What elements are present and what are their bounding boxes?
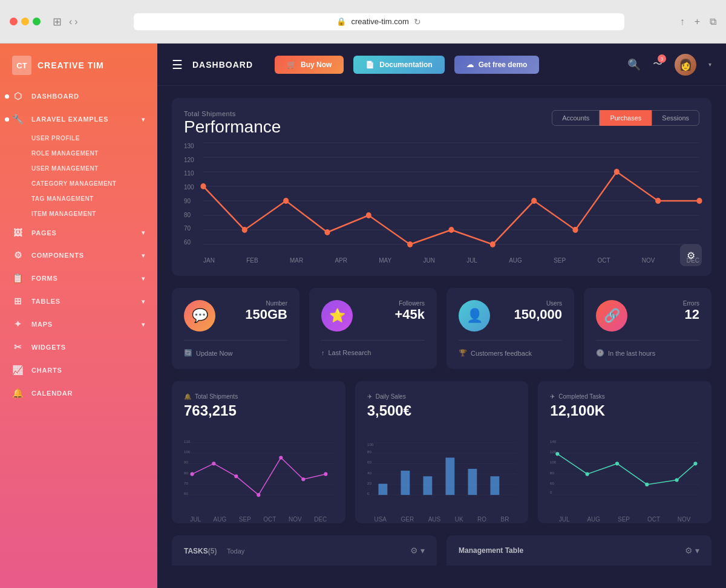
doc-icon: 📄: [365, 60, 374, 69]
clock-icon: 🕐: [596, 349, 604, 357]
svg-text:80: 80: [367, 449, 371, 454]
stat-value-errors: 12: [637, 307, 699, 322]
trophy-icon: 🏆: [459, 349, 467, 357]
stat-icon-chat: 💬: [184, 300, 215, 332]
content-area: Total Shipments Performance Accounts Pur…: [157, 86, 726, 588]
sidebar-item-label-maps: MAPS: [31, 321, 53, 328]
sidebar-item-user-management[interactable]: USER MANAGEMENT: [31, 161, 157, 176]
stat-footer-label-users: Customers feedback: [471, 350, 532, 357]
buy-now-button[interactable]: 🛒 Buy Now: [275, 56, 344, 74]
address-bar[interactable]: 🔒 creative-tim.com ↻: [134, 13, 624, 30]
charts-icon: 📈: [12, 365, 24, 376]
svg-text:60: 60: [367, 460, 371, 464]
calendar-icon: 🔔: [12, 388, 24, 399]
stat-icon-user: 👤: [459, 300, 490, 332]
mini-value-sales: 3,500€: [367, 402, 517, 419]
documentation-button[interactable]: 📄 Documentation: [353, 56, 444, 74]
tables-icon: ⊞: [12, 296, 24, 307]
sidebar-item-pages[interactable]: 🖼 PAGES ▾: [0, 221, 157, 244]
sidebar-item-label-tables: TABLES: [31, 298, 60, 305]
sidebar-item-label-charts: CHARTS: [31, 367, 62, 374]
stat-value-followers: +45k: [362, 307, 425, 322]
svg-text:20: 20: [367, 481, 371, 485]
stat-footer-label-errors: In the last hours: [608, 350, 655, 357]
mini-x-axis-shipments: JULAUGSEPOCTNOVDEC: [184, 516, 333, 523]
maximize-button[interactable]: [33, 18, 41, 25]
tab-overview-icon[interactable]: ⧉: [710, 16, 716, 27]
svg-point-18: [614, 169, 620, 175]
sidebar-item-tag-management[interactable]: TAG MANAGEMENT: [31, 191, 157, 206]
forms-icon: 📋: [12, 273, 24, 284]
svg-point-39: [324, 472, 327, 476]
mini-value-shipments: 763,215: [184, 402, 333, 419]
laravel-icon: 🔧: [12, 114, 24, 125]
stat-footer-number: 🔄 Update Now: [184, 340, 287, 357]
svg-point-71: [586, 472, 589, 476]
svg-rect-55: [445, 457, 454, 495]
sidebar-item-item-management[interactable]: ITEM MANAGEMENT: [31, 206, 157, 221]
svg-point-8: [200, 183, 206, 189]
search-icon[interactable]: 🔍: [627, 58, 641, 71]
mini-chart-shipments: 60 70 80 90 100 110: [184, 426, 333, 511]
svg-point-19: [655, 198, 661, 204]
svg-point-36: [257, 493, 260, 497]
minimize-button[interactable]: [21, 18, 29, 25]
stat-metric-followers: Followers: [362, 300, 425, 307]
svg-point-14: [448, 227, 454, 233]
activity-icon[interactable]: 〜 3: [653, 58, 662, 71]
tab-purchases[interactable]: Purchases: [600, 110, 652, 126]
close-button[interactable]: [10, 18, 18, 25]
demo-button[interactable]: ☁ Get free demo: [454, 56, 540, 74]
share-icon[interactable]: ↑: [680, 16, 685, 27]
chevron-down-icon-tables: ▾: [142, 298, 145, 305]
svg-point-72: [615, 462, 619, 465]
mini-x-axis-sales: USAGERAUSUKROBR: [367, 516, 517, 523]
tasks-settings-icon[interactable]: ⚙ ▾: [410, 546, 425, 555]
svg-point-9: [242, 227, 247, 233]
new-tab-icon[interactable]: +: [695, 16, 700, 27]
pages-icon: 🖼: [12, 227, 24, 238]
mini-card-sales: ✈ Daily Sales 3,500€: [355, 381, 529, 523]
sidebar-item-components[interactable]: ⚙ COMPONENTS ▾: [0, 244, 157, 267]
sidebar-item-tables[interactable]: ⊞ TABLES ▾: [0, 290, 157, 313]
chart-x-axis: JANFEBMARAPR MAYJUNJULAUG SEPOCTNOVDEC: [203, 257, 699, 264]
sidebar-item-forms[interactable]: 📋 FORMS ▾: [0, 267, 157, 290]
forward-arrow-icon[interactable]: ›: [74, 16, 77, 27]
refresh-icon[interactable]: ↻: [414, 17, 421, 27]
stat-card-users: 👤 Users 150,000 🏆 Customers feedback: [446, 288, 574, 369]
sidebar-item-widgets[interactable]: ✂ WIDGETS: [0, 336, 157, 359]
stat-metric-errors: Errors: [637, 300, 699, 307]
user-dropdown-icon[interactable]: ▾: [708, 61, 711, 68]
svg-text:110: 110: [184, 439, 191, 443]
bottom-panels: TASKS(5) Today ⚙ ▾ Management Table ⚙ ▾: [172, 535, 711, 566]
sidebar-item-label-calendar: CALENDAR: [31, 390, 73, 397]
sidebar-item-calendar[interactable]: 🔔 CALENDAR: [0, 382, 157, 405]
avatar[interactable]: 👩: [675, 54, 696, 76]
topbar-title: DASHBOARD: [192, 60, 253, 70]
management-settings-icon[interactable]: ⚙ ▾: [685, 546, 699, 555]
sidebar-item-maps[interactable]: ✦ MAPS ▾: [0, 313, 157, 336]
stat-footer-errors: 🕐 In the last hours: [596, 340, 699, 357]
svg-point-11: [324, 229, 330, 235]
stat-value-number: 150GB: [225, 307, 287, 322]
sidebar-toggle-icon[interactable]: ⊞: [53, 15, 62, 28]
mini-x-axis-tasks: JULAUGSEPOCTNOV: [550, 516, 699, 523]
brand-initials: CT: [12, 56, 31, 75]
sidebar-item-laravel[interactable]: 🔧 LARAVEL EXAMPLES ▾: [0, 108, 157, 131]
svg-text:100: 100: [367, 442, 374, 446]
tab-accounts[interactable]: Accounts: [552, 110, 600, 126]
svg-text:120: 120: [550, 449, 557, 454]
settings-button[interactable]: ⚙: [680, 244, 702, 266]
sidebar-item-category-management[interactable]: CATEGORY MANAGEMENT: [31, 176, 157, 191]
svg-text:0: 0: [367, 491, 370, 495]
back-arrow-icon[interactable]: ‹: [69, 16, 72, 27]
menu-icon[interactable]: ☰: [172, 57, 183, 72]
sidebar-item-dashboard[interactable]: ⬡ DASHBOARD: [0, 85, 157, 108]
stat-card-errors: 🔗 Errors 12 🕐 In the last hours: [584, 288, 711, 369]
sidebar-item-charts[interactable]: 📈 CHARTS: [0, 359, 157, 382]
sidebar-item-user-profile[interactable]: USER PROFILE: [31, 131, 157, 146]
svg-point-75: [694, 462, 698, 465]
tab-sessions[interactable]: Sessions: [652, 110, 699, 126]
svg-point-70: [556, 452, 560, 456]
sidebar-item-role-management[interactable]: ROLE MANAGEMENT: [31, 146, 157, 161]
